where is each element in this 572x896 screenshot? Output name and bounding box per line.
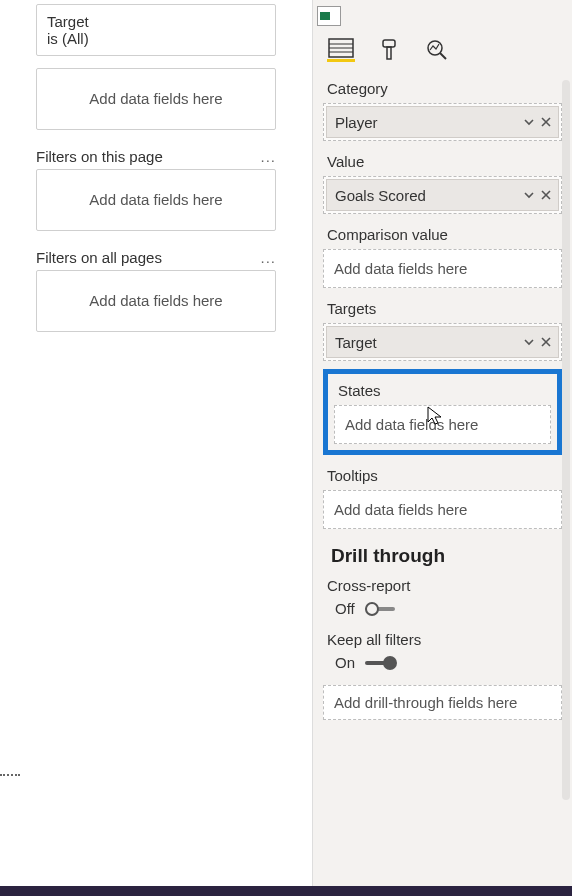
svg-rect-4	[383, 40, 395, 47]
keep-filters-toggle[interactable]	[365, 656, 399, 670]
filters-page-header: Filters on this page	[36, 148, 163, 165]
tab-format[interactable]	[375, 38, 403, 62]
visualizations-pane: Category Player Value	[312, 0, 572, 896]
well-label-value: Value	[327, 153, 558, 170]
visual-filter-dropzone[interactable]: Add data fields here	[36, 68, 276, 130]
allpages-filter-dropzone[interactable]: Add data fields here	[36, 270, 276, 332]
dropzone-placeholder: Add data fields here	[89, 292, 222, 309]
well-label-tooltips: Tooltips	[327, 467, 558, 484]
filters-pane: Target is (All) Add data fields here Fil…	[0, 0, 312, 896]
well-value[interactable]: Goals Scored	[323, 176, 562, 214]
card-visual-icon[interactable]	[317, 6, 341, 26]
well-label-category: Category	[327, 80, 558, 97]
close-icon[interactable]	[540, 116, 552, 128]
close-icon[interactable]	[540, 189, 552, 201]
scrollbar[interactable]	[562, 80, 570, 800]
chip-player[interactable]: Player	[326, 106, 559, 138]
cross-report-label: Cross-report	[327, 577, 558, 594]
pane-tabs	[313, 26, 572, 64]
dropzone-placeholder: Add data fields here	[334, 501, 467, 518]
drill-through-dropzone[interactable]: Add drill-through fields here	[323, 685, 562, 720]
close-icon[interactable]	[540, 336, 552, 348]
filters-allpages-header: Filters on all pages	[36, 249, 162, 266]
cross-report-toggle[interactable]	[365, 602, 399, 616]
well-states[interactable]: Add data fields here	[334, 405, 551, 444]
dropzone-placeholder: Add data fields here	[89, 191, 222, 208]
well-label-targets: Targets	[327, 300, 558, 317]
well-label-states: States	[338, 382, 547, 399]
window-footer	[0, 886, 572, 896]
drill-through-heading: Drill through	[331, 545, 558, 567]
chevron-down-icon[interactable]	[522, 188, 536, 202]
chip-target[interactable]: Target	[326, 326, 559, 358]
tab-analytics[interactable]	[423, 38, 451, 62]
well-tooltips[interactable]: Add data fields here	[323, 490, 562, 529]
filter-summary: is (All)	[47, 30, 265, 47]
dropzone-placeholder: Add data fields here	[334, 260, 467, 277]
more-icon[interactable]: ...	[260, 148, 276, 165]
dropzone-placeholder: Add data fields here	[89, 90, 222, 107]
chevron-down-icon[interactable]	[522, 115, 536, 129]
chip-text: Target	[335, 334, 377, 351]
well-category[interactable]: Player	[323, 103, 562, 141]
dropzone-placeholder: Add data fields here	[345, 416, 478, 433]
chip-goals-scored[interactable]: Goals Scored	[326, 179, 559, 211]
cross-report-state: Off	[335, 600, 355, 617]
dropzone-placeholder: Add drill-through fields here	[334, 694, 517, 711]
well-comparison[interactable]: Add data fields here	[323, 249, 562, 288]
chip-text: Player	[335, 114, 378, 131]
page-filter-dropzone[interactable]: Add data fields here	[36, 169, 276, 231]
svg-rect-5	[387, 47, 391, 59]
visual-filter-card[interactable]: Target is (All)	[36, 4, 276, 56]
states-highlight: States Add data fields here	[323, 369, 562, 455]
canvas-edge-indicator	[0, 774, 20, 776]
well-label-comparison: Comparison value	[327, 226, 558, 243]
chevron-down-icon[interactable]	[522, 335, 536, 349]
well-targets[interactable]: Target	[323, 323, 562, 361]
filter-field-name: Target	[47, 13, 265, 30]
chip-text: Goals Scored	[335, 187, 426, 204]
keep-filters-label: Keep all filters	[327, 631, 558, 648]
tab-fields[interactable]	[327, 38, 355, 62]
svg-line-7	[440, 53, 446, 59]
keep-filters-state: On	[335, 654, 355, 671]
more-icon[interactable]: ...	[260, 249, 276, 266]
